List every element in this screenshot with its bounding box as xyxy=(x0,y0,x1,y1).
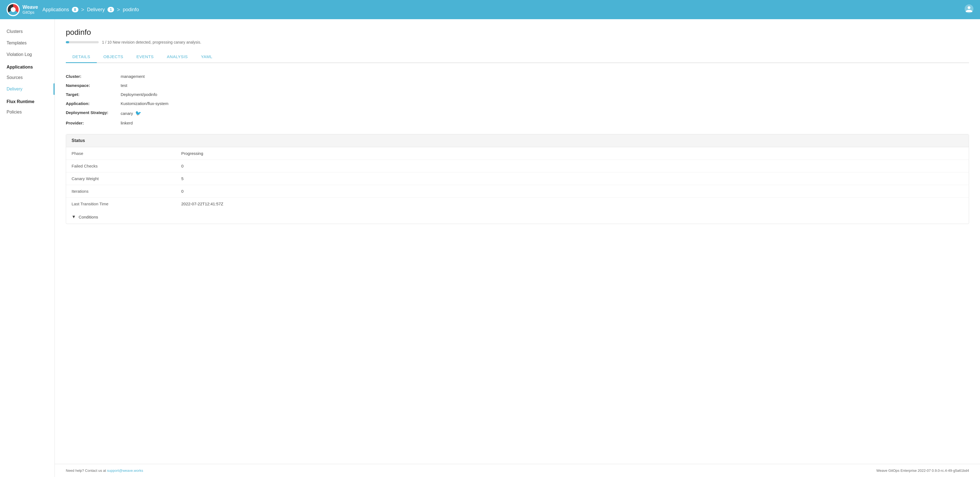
breadcrumb-applications-badge: 8 xyxy=(72,7,78,12)
sidebar-item-templates[interactable]: Templates xyxy=(0,37,54,49)
footer-help: Need help? Contact us at support@weave.w… xyxy=(66,469,143,472)
detail-target-value: Deployment/podinfo xyxy=(121,92,157,97)
detail-cluster-value: management xyxy=(121,74,145,79)
detail-provider: Provider: linkerd xyxy=(66,118,969,127)
detail-provider-label: Provider: xyxy=(66,121,121,125)
footer-help-text: Need help? Contact us at xyxy=(66,469,107,472)
status-table: Phase Progressing Failed Checks 0 Canary… xyxy=(66,147,969,210)
status-last-transition-key: Last Transition Time xyxy=(66,198,176,210)
detail-target: Target: Deployment/podinfo xyxy=(66,90,969,99)
footer-support-link[interactable]: support@weave.works xyxy=(107,469,143,472)
sidebar-item-violation-log[interactable]: Violation Log xyxy=(0,49,54,60)
header-left: Weave GitOps Applications 8 > Delivery 1… xyxy=(6,3,139,16)
detail-application-label: Application: xyxy=(66,101,121,106)
tab-details[interactable]: DETAILS xyxy=(66,51,97,63)
status-section: Status Phase Progressing Failed Checks 0… xyxy=(66,134,969,224)
detail-deployment-strategy: Deployment Strategy: canary 🐦 xyxy=(66,108,969,118)
logo-sub: GitOps xyxy=(22,10,38,15)
breadcrumb-sep-2: > xyxy=(117,6,120,13)
status-phase-value: Progressing xyxy=(176,147,969,160)
logo-text: Weave GitOps xyxy=(22,5,38,15)
tab-yaml[interactable]: YAML xyxy=(194,51,219,63)
footer-version: Weave GitOps Enterprise 2022-07 0.9.0-rc… xyxy=(877,469,969,472)
main-layout: Clusters Templates Violation Log Applica… xyxy=(0,19,980,477)
user-avatar[interactable] xyxy=(965,5,974,15)
content-area: podinfo 1 / 10 New revision detected, pr… xyxy=(55,19,980,477)
logo-brand: Weave xyxy=(22,5,38,10)
table-row: Iterations 0 xyxy=(66,185,969,198)
breadcrumb-applications[interactable]: Applications 8 xyxy=(43,7,78,13)
sidebar: Clusters Templates Violation Log Applica… xyxy=(0,19,55,477)
table-row: Last Transition Time 2022-07-22T12:41:57… xyxy=(66,198,969,210)
sidebar-item-delivery[interactable]: Delivery xyxy=(0,83,54,95)
detail-cluster-label: Cluster: xyxy=(66,74,121,79)
main-content: podinfo 1 / 10 New revision detected, pr… xyxy=(55,19,980,464)
status-failed-checks-value: 0 xyxy=(176,160,969,172)
breadcrumb-sep-1: > xyxy=(81,6,84,13)
conditions-label: Conditions xyxy=(79,215,98,219)
status-failed-checks-key: Failed Checks xyxy=(66,160,176,172)
detail-namespace: Namespace: test xyxy=(66,81,969,90)
progress-container: 1 / 10 New revision detected, progressin… xyxy=(66,40,969,45)
chevron-down-icon: ▼ xyxy=(72,215,76,219)
detail-deployment-strategy-value: canary 🐦 xyxy=(121,110,141,116)
detail-cluster: Cluster: management xyxy=(66,72,969,81)
sidebar-group-flux-runtime: Flux Runtime xyxy=(0,95,54,107)
page-title: podinfo xyxy=(66,28,969,37)
breadcrumb-delivery-label: Delivery xyxy=(87,7,105,13)
detail-application-value: Kustomization/flux-system xyxy=(121,101,169,106)
table-row: Failed Checks 0 xyxy=(66,160,969,172)
breadcrumb: Applications 8 > Delivery 1 > podinfo xyxy=(43,6,139,13)
logo-container: Weave GitOps xyxy=(6,3,38,16)
detail-deployment-strategy-label: Deployment Strategy: xyxy=(66,110,121,115)
logo-inner-circle xyxy=(11,7,16,12)
sidebar-item-sources[interactable]: Sources xyxy=(0,72,54,83)
canary-bird-icon: 🐦 xyxy=(135,110,141,116)
status-iterations-key: Iterations xyxy=(66,185,176,198)
svg-point-1 xyxy=(968,6,970,9)
breadcrumb-delivery-badge: 1 xyxy=(108,7,114,12)
breadcrumb-applications-label: Applications xyxy=(43,7,69,13)
breadcrumb-podinfo[interactable]: podinfo xyxy=(123,7,139,13)
status-last-transition-value: 2022-07-22T12:41:57Z xyxy=(176,198,969,210)
table-row: Canary Weight 5 xyxy=(66,172,969,185)
tab-events[interactable]: EVENTS xyxy=(130,51,161,63)
status-phase-key: Phase xyxy=(66,147,176,160)
detail-target-label: Target: xyxy=(66,92,121,97)
sidebar-item-policies[interactable]: Policies xyxy=(0,107,54,118)
status-canary-weight-key: Canary Weight xyxy=(66,172,176,185)
detail-namespace-label: Namespace: xyxy=(66,83,121,88)
conditions-row[interactable]: ▼ Conditions xyxy=(66,210,969,224)
logo-icon xyxy=(6,3,20,16)
tabs: DETAILS OBJECTS EVENTS ANALYSIS YAML xyxy=(66,51,969,63)
details-section: Cluster: management Namespace: test Targ… xyxy=(66,72,969,127)
tab-analysis[interactable]: ANALYSIS xyxy=(161,51,194,63)
logo-inner xyxy=(8,4,19,15)
sidebar-item-clusters[interactable]: Clusters xyxy=(0,26,54,37)
detail-provider-value: linkerd xyxy=(121,121,133,125)
footer: Need help? Contact us at support@weave.w… xyxy=(55,464,980,477)
progress-bar-fill xyxy=(66,41,69,43)
progress-bar-track xyxy=(66,41,99,43)
detail-namespace-value: test xyxy=(121,83,127,88)
table-row: Phase Progressing xyxy=(66,147,969,160)
progress-text: 1 / 10 New revision detected, progressin… xyxy=(102,40,201,45)
status-header: Status xyxy=(66,134,969,147)
breadcrumb-podinfo-label: podinfo xyxy=(123,7,139,13)
status-canary-weight-value: 5 xyxy=(176,172,969,185)
status-iterations-value: 0 xyxy=(176,185,969,198)
detail-application: Application: Kustomization/flux-system xyxy=(66,99,969,108)
breadcrumb-delivery[interactable]: Delivery 1 xyxy=(87,7,114,13)
header: Weave GitOps Applications 8 > Delivery 1… xyxy=(0,0,980,19)
sidebar-group-applications: Applications xyxy=(0,60,54,72)
tab-objects[interactable]: OBJECTS xyxy=(97,51,130,63)
